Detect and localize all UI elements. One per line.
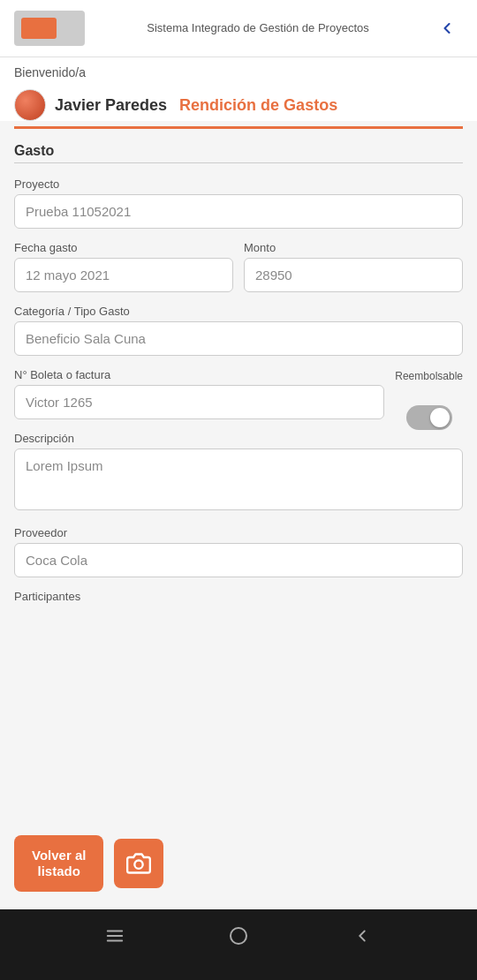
camera-button[interactable] <box>114 839 163 888</box>
bottom-bar: Volver al listado <box>0 821 477 909</box>
participantes-group: Participantes <box>14 590 463 603</box>
reembolsable-group: Reembolsable <box>395 368 463 430</box>
user-title-row: Javier Paredes Rendición de Gastos <box>0 84 477 121</box>
section-title: Gasto <box>14 143 463 159</box>
categoria-group: Categoría / Tipo Gasto <box>14 305 463 356</box>
main-content: Gasto Proyecto Fecha gasto Monto Categor… <box>0 129 477 821</box>
welcome-bar: Bienvenido/a <box>0 57 477 84</box>
nav-back-icon[interactable] <box>352 926 372 946</box>
welcome-text: Bienvenido/a <box>14 65 86 79</box>
descripcion-label: Descripción <box>14 432 463 445</box>
proveedor-group: Proveedor <box>14 526 463 577</box>
nav-menu-icon[interactable] <box>105 926 125 946</box>
descripcion-input[interactable] <box>14 449 463 510</box>
proyecto-input[interactable] <box>14 194 463 229</box>
svg-point-0 <box>135 861 143 869</box>
system-title: Sistema Integrado de Gestión de Proyecto… <box>147 20 368 36</box>
volver-button[interactable]: Volver al listado <box>14 835 103 892</box>
user-name: Javier Paredes <box>55 96 167 115</box>
participantes-label: Participantes <box>14 590 463 603</box>
section-divider <box>14 162 463 163</box>
proveedor-label: Proveedor <box>14 526 463 539</box>
proyecto-group: Proyecto <box>14 177 463 229</box>
app-header: Sistema Integrado de Gestión de Proyecto… <box>0 0 477 57</box>
proyecto-label: Proyecto <box>14 177 463 191</box>
boleta-label: N° Boleta o factura <box>14 368 384 381</box>
categoria-label: Categoría / Tipo Gasto <box>14 305 463 318</box>
boleta-reembolsable-row: N° Boleta o factura Reembolsable <box>14 368 463 432</box>
monto-input[interactable] <box>244 258 463 292</box>
reembolsable-toggle[interactable] <box>406 405 452 430</box>
page-title: Rendición de Gastos <box>179 96 337 115</box>
fecha-group: Fecha gasto <box>14 241 233 292</box>
avatar <box>14 89 46 121</box>
fecha-input[interactable] <box>14 258 233 292</box>
fecha-label: Fecha gasto <box>14 241 233 254</box>
fecha-monto-row: Fecha gasto Monto <box>14 241 463 305</box>
descripcion-group: Descripción <box>14 432 463 514</box>
monto-label: Monto <box>244 241 463 254</box>
proveedor-input[interactable] <box>14 543 463 577</box>
boleta-group: N° Boleta o factura <box>14 368 384 419</box>
nav-home-icon[interactable] <box>228 925 249 946</box>
back-button[interactable] <box>431 12 463 44</box>
categoria-input[interactable] <box>14 321 463 356</box>
app-logo <box>14 11 85 46</box>
camera-icon <box>126 851 151 876</box>
reembolsable-label: Reembolsable <box>395 370 463 382</box>
boleta-input[interactable] <box>14 385 384 419</box>
monto-group: Monto <box>244 241 463 292</box>
svg-point-4 <box>231 928 246 944</box>
nav-bar <box>0 909 477 962</box>
